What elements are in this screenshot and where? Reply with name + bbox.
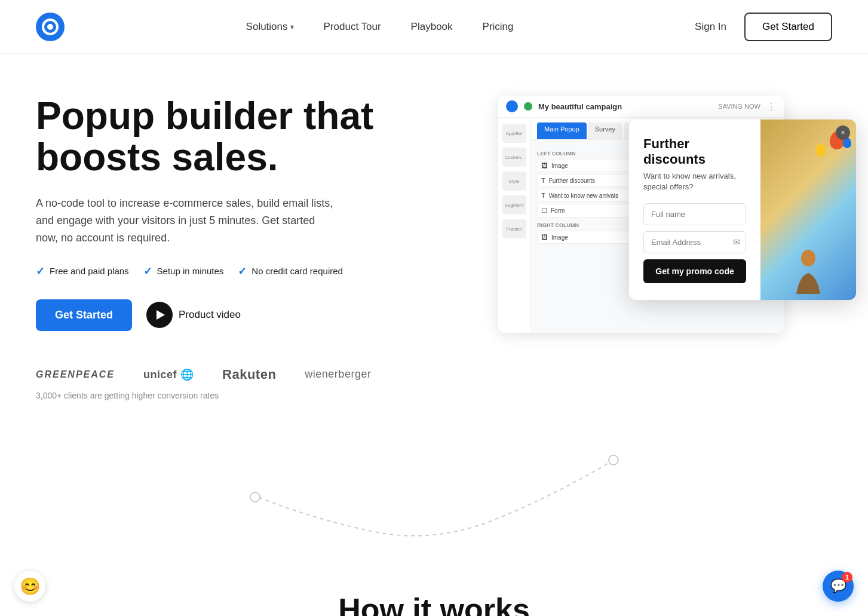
client-greenpeace: GREENPEACE	[36, 369, 115, 380]
popup-email-input[interactable]	[643, 231, 746, 253]
client-wienerberger: wienerberger	[305, 368, 371, 381]
svg-point-2	[250, 492, 260, 502]
hero-get-started-button[interactable]: Get Started	[36, 299, 132, 331]
dashed-curve-svg	[195, 448, 673, 544]
clients-note: 3,000+ clients are getting higher conver…	[36, 391, 394, 400]
client-unicef: unicef 🌐	[143, 368, 194, 381]
badge-setup: ✓ Setup in minutes	[143, 265, 224, 278]
more-options-icon: ⋮	[766, 101, 776, 112]
text-icon-1: T	[541, 177, 545, 184]
hero-section: Popup builder that boosts sales. A no-co…	[0, 54, 868, 424]
campaign-status: SAVING NOW	[718, 103, 760, 110]
sidebar-section-1: App/Bul	[502, 124, 526, 143]
nav-right: Sign In Get Started	[695, 13, 832, 41]
nav-get-started-button[interactable]: Get Started	[744, 13, 832, 41]
blue-dot-icon	[506, 100, 518, 112]
balloon-2	[815, 143, 826, 157]
how-it-works-content: How it works	[0, 544, 868, 616]
how-it-works-title: How it works	[36, 592, 832, 616]
popup-form-side: Further discounts Want to know new arriv…	[629, 119, 760, 300]
nav-product-tour[interactable]: Product Tour	[324, 21, 381, 33]
popup-fullname-input[interactable]	[643, 203, 746, 225]
popup-inner: Further discounts Want to know new arriv…	[629, 119, 856, 300]
hero-left: Popup builder that boosts sales. A no-co…	[36, 96, 394, 400]
sidebar-section-4: Segment	[502, 195, 526, 214]
popup-image	[760, 119, 856, 300]
hero-right: My beautiful campaign SAVING NOW ⋮ App/B…	[498, 96, 832, 347]
check-icon-2: ✓	[143, 265, 152, 278]
popup-close-button[interactable]: ×	[836, 125, 850, 140]
form-icon: ☐	[541, 207, 547, 214]
email-icon: ✉	[733, 237, 740, 247]
green-dot-icon	[524, 102, 532, 111]
chat-widget[interactable]: 💬 1	[823, 571, 854, 602]
nav-pricing[interactable]: Pricing	[483, 21, 514, 33]
ui-sidebar: App/Bul Custom.. Style Segment Publish	[498, 118, 531, 333]
tab-main-popup[interactable]: Main Popup	[537, 122, 587, 139]
hero-ctas: Get Started Product video	[36, 299, 394, 331]
badge-no-card: ✓ No credit card required	[238, 265, 343, 278]
play-icon	[146, 302, 173, 328]
check-icon-3: ✓	[238, 265, 247, 278]
image-icon-2: 🖼	[541, 234, 548, 241]
popup-subtitle: Want to know new arrivals, special offer…	[643, 171, 746, 192]
hero-badges: ✓ Free and paid plans ✓ Setup in minutes…	[36, 265, 394, 278]
sidebar-section-5: Publish	[502, 219, 526, 238]
popup-card: × Further discounts Want to know new arr…	[629, 119, 856, 300]
client-logos: GREENPEACE unicef 🌐 Rakuten wienerberger	[36, 367, 394, 382]
hero-subtitle: A no-code tool to increase e-commerce sa…	[36, 195, 335, 246]
client-rakuten: Rakuten	[222, 367, 276, 382]
nav-links: Solutions ▾ Product Tour Playbook Pricin…	[246, 21, 514, 33]
chat-badge: 1	[842, 572, 852, 583]
person-silhouette	[790, 246, 826, 294]
navigation: Solutions ▾ Product Tour Playbook Pricin…	[0, 0, 868, 54]
image-icon: 🖼	[541, 162, 548, 169]
dashed-curve	[0, 424, 868, 544]
text-icon-2: T	[541, 192, 545, 199]
popup-title: Further discounts	[643, 136, 746, 167]
signin-link[interactable]: Sign In	[695, 21, 726, 33]
nav-solutions[interactable]: Solutions ▾	[246, 21, 294, 33]
sidebar-section-2: Custom..	[502, 148, 526, 167]
bottom-left-avatar[interactable]: 😊	[14, 571, 45, 602]
logo[interactable]	[36, 13, 65, 41]
campaign-name: My beautiful campaign	[538, 102, 712, 111]
avatar-icon: 😊	[20, 577, 41, 596]
sidebar-section-3: Style	[502, 171, 526, 191]
svg-point-0	[801, 250, 815, 266]
badge-free-plans: ✓ Free and paid plans	[36, 265, 129, 278]
play-triangle	[157, 310, 165, 320]
popup-submit-button[interactable]: Get my promo code	[643, 259, 746, 283]
popup-image-side	[760, 119, 856, 300]
svg-point-1	[609, 455, 618, 465]
ui-builder-header: My beautiful campaign SAVING NOW ⋮	[498, 96, 784, 118]
ui-preview: My beautiful campaign SAVING NOW ⋮ App/B…	[498, 96, 832, 347]
chevron-down-icon: ▾	[290, 23, 294, 31]
nav-playbook[interactable]: Playbook	[411, 21, 453, 33]
hero-title: Popup builder that boosts sales.	[36, 96, 394, 178]
tab-survey[interactable]: Survey	[588, 122, 622, 139]
how-it-works-section: How it works ← → ↻ app.popupsmart.com/bu…	[0, 424, 868, 616]
check-icon-1: ✓	[36, 265, 45, 278]
product-video-button[interactable]: Product video	[146, 302, 241, 328]
